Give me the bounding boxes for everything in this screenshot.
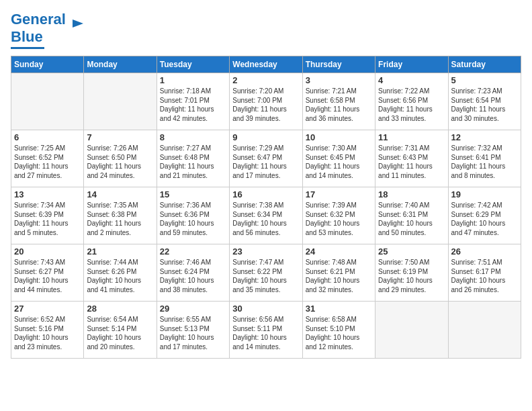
logo-underline xyxy=(11,47,44,49)
day-number: 13 xyxy=(14,189,81,199)
calendar-cell: 30Sunrise: 6:56 AMSunset: 5:11 PMDayligh… xyxy=(230,302,302,359)
calendar-cell: 8Sunrise: 7:27 AMSunset: 6:48 PMDaylight… xyxy=(157,130,229,187)
day-number: 30 xyxy=(232,304,299,314)
calendar-cell xyxy=(84,73,157,130)
calendar-cell: 20Sunrise: 7:43 AMSunset: 6:27 PMDayligh… xyxy=(11,244,84,302)
day-number: 1 xyxy=(160,75,226,85)
cell-info: Sunrise: 7:32 AMSunset: 6:41 PMDaylight:… xyxy=(451,144,518,180)
cell-info: Sunrise: 7:29 AMSunset: 6:47 PMDaylight:… xyxy=(232,144,299,180)
calendar-cell: 26Sunrise: 7:51 AMSunset: 6:17 PMDayligh… xyxy=(448,244,521,302)
cell-info: Sunrise: 6:52 AMSunset: 5:16 PMDaylight:… xyxy=(14,315,81,351)
cell-info: Sunrise: 7:51 AMSunset: 6:17 PMDaylight:… xyxy=(451,258,518,294)
calendar-cell: 7Sunrise: 7:26 AMSunset: 6:50 PMDaylight… xyxy=(84,130,157,187)
calendar-cell: 31Sunrise: 6:58 AMSunset: 5:10 PMDayligh… xyxy=(302,302,375,359)
cell-info: Sunrise: 7:34 AMSunset: 6:39 PMDaylight:… xyxy=(14,201,81,237)
cell-info: Sunrise: 7:35 AMSunset: 6:38 PMDaylight:… xyxy=(87,201,153,237)
cell-info: Sunrise: 7:40 AMSunset: 6:31 PMDaylight:… xyxy=(378,201,445,237)
calendar-cell: 12Sunrise: 7:32 AMSunset: 6:41 PMDayligh… xyxy=(448,130,521,187)
calendar-body: 1Sunrise: 7:18 AMSunset: 7:01 PMDaylight… xyxy=(11,73,521,359)
day-number: 25 xyxy=(378,246,445,257)
header-cell-wednesday: Wednesday xyxy=(230,56,302,73)
cell-info: Sunrise: 7:23 AMSunset: 6:54 PMDaylight:… xyxy=(451,87,518,123)
cell-info: Sunrise: 7:42 AMSunset: 6:29 PMDaylight:… xyxy=(451,201,518,237)
cell-info: Sunrise: 7:22 AMSunset: 6:56 PMDaylight:… xyxy=(378,87,445,123)
week-row-5: 27Sunrise: 6:52 AMSunset: 5:16 PMDayligh… xyxy=(11,302,521,359)
calendar-cell: 10Sunrise: 7:30 AMSunset: 6:45 PMDayligh… xyxy=(302,130,375,187)
week-row-3: 13Sunrise: 7:34 AMSunset: 6:39 PMDayligh… xyxy=(11,187,521,244)
header-cell-monday: Monday xyxy=(84,56,157,73)
day-number: 3 xyxy=(306,75,372,85)
header-row: SundayMondayTuesdayWednesdayThursdayFrid… xyxy=(11,56,521,73)
calendar-cell: 14Sunrise: 7:35 AMSunset: 6:38 PMDayligh… xyxy=(84,187,157,244)
calendar-cell: 22Sunrise: 7:46 AMSunset: 6:24 PMDayligh… xyxy=(157,244,229,302)
cell-info: Sunrise: 7:26 AMSunset: 6:50 PMDaylight:… xyxy=(87,144,153,180)
day-number: 23 xyxy=(232,246,299,257)
day-number: 24 xyxy=(306,246,372,257)
calendar-cell: 18Sunrise: 7:40 AMSunset: 6:31 PMDayligh… xyxy=(375,187,448,244)
week-row-2: 6Sunrise: 7:25 AMSunset: 6:52 PMDaylight… xyxy=(11,130,521,187)
calendar-cell: 29Sunrise: 6:55 AMSunset: 5:13 PMDayligh… xyxy=(157,302,229,359)
header-cell-sunday: Sunday xyxy=(11,56,84,73)
cell-info: Sunrise: 7:27 AMSunset: 6:48 PMDaylight:… xyxy=(160,144,226,180)
day-number: 12 xyxy=(451,132,518,142)
cell-info: Sunrise: 7:50 AMSunset: 6:19 PMDaylight:… xyxy=(378,258,445,294)
day-number: 17 xyxy=(306,189,372,199)
logo-icon xyxy=(69,14,87,33)
cell-info: Sunrise: 7:43 AMSunset: 6:27 PMDaylight:… xyxy=(14,258,81,294)
cell-info: Sunrise: 7:44 AMSunset: 6:26 PMDaylight:… xyxy=(87,258,153,294)
calendar-cell: 9Sunrise: 7:29 AMSunset: 6:47 PMDaylight… xyxy=(230,130,302,187)
cell-info: Sunrise: 6:55 AMSunset: 5:13 PMDaylight:… xyxy=(160,315,226,351)
day-number: 7 xyxy=(87,132,153,142)
day-number: 14 xyxy=(87,189,153,199)
calendar-cell: 2Sunrise: 7:20 AMSunset: 7:00 PMDaylight… xyxy=(230,73,302,130)
calendar-cell: 16Sunrise: 7:38 AMSunset: 6:34 PMDayligh… xyxy=(230,187,302,244)
calendar-cell xyxy=(448,302,521,359)
calendar-cell: 13Sunrise: 7:34 AMSunset: 6:39 PMDayligh… xyxy=(11,187,84,244)
calendar-cell: 6Sunrise: 7:25 AMSunset: 6:52 PMDaylight… xyxy=(11,130,84,187)
day-number: 22 xyxy=(160,246,226,257)
day-number: 2 xyxy=(232,75,299,85)
calendar-table: SundayMondayTuesdayWednesdayThursdayFrid… xyxy=(11,56,521,359)
calendar-cell: 4Sunrise: 7:22 AMSunset: 6:56 PMDaylight… xyxy=(375,73,448,130)
calendar-cell xyxy=(375,302,448,359)
cell-info: Sunrise: 7:20 AMSunset: 7:00 PMDaylight:… xyxy=(232,87,299,123)
day-number: 18 xyxy=(378,189,445,199)
cell-info: Sunrise: 6:56 AMSunset: 5:11 PMDaylight:… xyxy=(232,315,299,351)
calendar-cell: 5Sunrise: 7:23 AMSunset: 6:54 PMDaylight… xyxy=(448,73,521,130)
header-cell-saturday: Saturday xyxy=(448,56,521,73)
day-number: 16 xyxy=(232,189,299,199)
cell-info: Sunrise: 7:21 AMSunset: 6:58 PMDaylight:… xyxy=(306,87,372,123)
cell-info: Sunrise: 7:25 AMSunset: 6:52 PMDaylight:… xyxy=(14,144,81,180)
day-number: 15 xyxy=(160,189,226,199)
day-number: 6 xyxy=(14,132,81,142)
page-header: General Blue xyxy=(11,11,521,49)
day-number: 8 xyxy=(160,132,226,142)
cell-info: Sunrise: 7:48 AMSunset: 6:21 PMDaylight:… xyxy=(306,258,372,294)
cell-info: Sunrise: 7:47 AMSunset: 6:22 PMDaylight:… xyxy=(232,258,299,294)
cell-info: Sunrise: 7:36 AMSunset: 6:36 PMDaylight:… xyxy=(160,201,226,237)
day-number: 5 xyxy=(451,75,518,85)
calendar-cell: 11Sunrise: 7:31 AMSunset: 6:43 PMDayligh… xyxy=(375,130,448,187)
calendar-cell: 24Sunrise: 7:48 AMSunset: 6:21 PMDayligh… xyxy=(302,244,375,302)
week-row-1: 1Sunrise: 7:18 AMSunset: 7:01 PMDaylight… xyxy=(11,73,521,130)
cell-info: Sunrise: 7:39 AMSunset: 6:32 PMDaylight:… xyxy=(306,201,372,237)
calendar-header: SundayMondayTuesdayWednesdayThursdayFrid… xyxy=(11,56,521,73)
calendar-cell xyxy=(11,73,84,130)
cell-info: Sunrise: 6:54 AMSunset: 5:14 PMDaylight:… xyxy=(87,315,153,351)
day-number: 28 xyxy=(87,304,153,314)
calendar-cell: 17Sunrise: 7:39 AMSunset: 6:32 PMDayligh… xyxy=(302,187,375,244)
header-cell-tuesday: Tuesday xyxy=(157,56,229,73)
logo-text: General Blue xyxy=(11,11,66,46)
calendar-cell: 27Sunrise: 6:52 AMSunset: 5:16 PMDayligh… xyxy=(11,302,84,359)
logo: General Blue xyxy=(11,11,87,49)
day-number: 4 xyxy=(378,75,445,85)
day-number: 31 xyxy=(306,304,372,314)
cell-info: Sunrise: 7:30 AMSunset: 6:45 PMDaylight:… xyxy=(306,144,372,180)
day-number: 10 xyxy=(306,132,372,142)
day-number: 19 xyxy=(451,189,518,199)
calendar-cell: 3Sunrise: 7:21 AMSunset: 6:58 PMDaylight… xyxy=(302,73,375,130)
header-cell-friday: Friday xyxy=(375,56,448,73)
cell-info: Sunrise: 7:46 AMSunset: 6:24 PMDaylight:… xyxy=(160,258,226,294)
calendar-cell: 19Sunrise: 7:42 AMSunset: 6:29 PMDayligh… xyxy=(448,187,521,244)
day-number: 29 xyxy=(160,304,226,314)
